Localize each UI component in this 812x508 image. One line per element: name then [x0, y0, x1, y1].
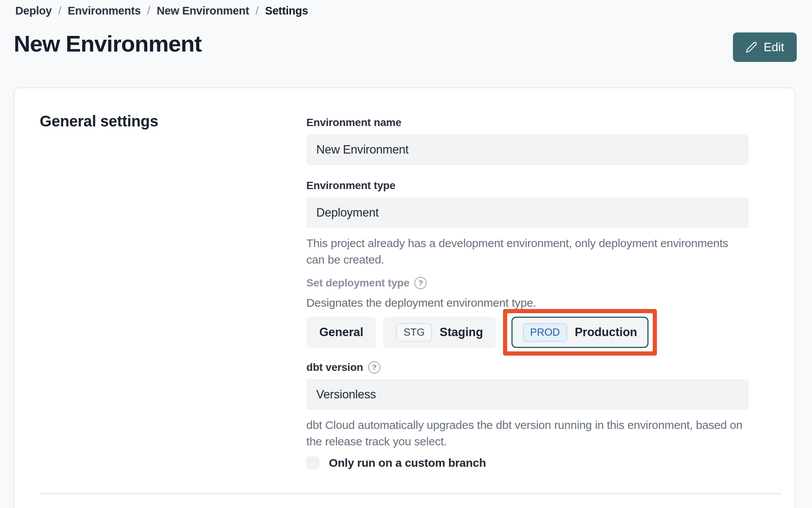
breadcrumb-settings: Settings [265, 5, 308, 17]
general-button-label: General [319, 325, 363, 339]
dbt-version-help: dbt Cloud automatically upgrades the dbt… [306, 417, 749, 450]
page-title: New Environment [14, 31, 202, 57]
environment-type-field: Deployment [306, 197, 749, 228]
breadcrumb: Deploy / Environments / New Environment … [15, 5, 308, 17]
section-divider [40, 493, 781, 494]
deployment-type-production-button[interactable]: PROD Production [511, 317, 649, 348]
breadcrumb-separator: / [147, 5, 150, 17]
edit-button[interactable]: Edit [733, 32, 797, 62]
deployment-type-general-button[interactable]: General [306, 317, 376, 348]
custom-branch-label: Only run on a custom branch [329, 456, 486, 469]
environment-type-help: This project already has a development e… [306, 235, 749, 268]
production-button-label: Production [575, 325, 637, 339]
custom-branch-row: Only run on a custom branch [306, 456, 749, 469]
environment-type-value: Deployment [316, 206, 379, 220]
environment-type-label: Environment type [306, 180, 749, 192]
environment-name-field: New Environment [306, 134, 749, 165]
prod-badge: PROD [523, 323, 567, 342]
breadcrumb-separator: / [256, 5, 259, 17]
dbt-version-value: Versionless [316, 388, 376, 401]
general-settings-card: General settings Environment name New En… [14, 87, 795, 508]
deployment-type-label: Set deployment type [306, 277, 749, 289]
staging-button-label: Staging [440, 325, 483, 339]
breadcrumb-environments[interactable]: Environments [68, 5, 141, 17]
breadcrumb-separator: / [58, 5, 61, 17]
environment-name-value: New Environment [316, 143, 409, 157]
breadcrumb-deploy[interactable]: Deploy [15, 5, 52, 17]
environment-name-label: Environment name [306, 116, 749, 129]
custom-branch-checkbox[interactable] [306, 456, 319, 469]
dbt-version-label: dbt version [306, 361, 749, 374]
settings-form: Environment name New Environment Environ… [306, 116, 749, 469]
edit-button-label: Edit [764, 40, 784, 54]
deployment-type-options: General STG Staging PROD Production [306, 309, 749, 356]
breadcrumb-new-environment[interactable]: New Environment [157, 5, 249, 17]
highlight-rectangle: PROD Production [503, 309, 657, 356]
dbt-version-label-text: dbt version [306, 361, 363, 374]
question-icon[interactable] [414, 277, 427, 289]
dbt-version-field: Versionless [306, 379, 749, 410]
question-icon[interactable] [368, 361, 380, 374]
section-title: General settings [40, 113, 158, 130]
staging-badge: STG [396, 323, 432, 342]
deployment-type-staging-button[interactable]: STG Staging [383, 317, 496, 348]
deployment-type-label-text: Set deployment type [306, 277, 409, 289]
pencil-icon [746, 41, 757, 53]
